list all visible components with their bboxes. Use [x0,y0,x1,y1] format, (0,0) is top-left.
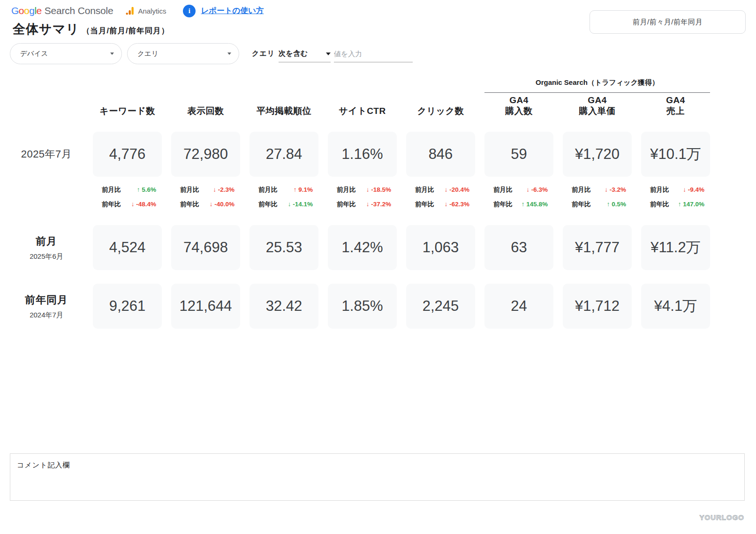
column-header-impressions: 表示回数 [171,93,240,121]
comparison-cell: 前月比↓ -18.5% 前年比↓ -37.2% [328,177,397,225]
page-title: 全体サマリ [13,21,79,38]
metric-card: 1.85% [328,284,397,329]
metric-card: 4,524 [93,225,162,270]
metric-card: 63 [484,225,553,270]
row-label-previous-month: 前月 2025年6月 [9,225,83,270]
summary-table: Organic Search（トラフィック獲得） キーワード数 表示回数 平均掲… [9,73,710,329]
metric-card: 27.84 [249,132,318,177]
period-compare-button[interactable]: 前月/前々月/前年同月 [590,10,746,34]
organic-search-header: Organic Search（トラフィック獲得） [484,73,710,93]
column-header-ga4-revenue: GA4売上 [641,93,710,121]
info-icon: i [183,5,196,17]
column-header-site-ctr: サイトCTR [328,93,397,121]
comment-box[interactable]: コメント記入欄 [10,453,745,501]
google-logo: Google [11,5,42,16]
metric-card: ¥4.1万 [641,284,710,329]
column-header-avg-position: 平均掲載順位 [249,93,318,121]
analytics-label: Analytics [138,7,166,15]
metric-card: 1,063 [406,225,475,270]
device-filter-label: デバイス [20,49,48,58]
comparison-cell: 前月比↓ -9.4% 前年比↑ 147.0% [641,177,710,225]
metric-card: ¥11.2万 [641,225,710,270]
column-header-ga4-purchase-price: GA4購入単価 [563,93,632,121]
query-condition-label: クエリ [252,43,275,64]
filter-bar: デバイス クエリ クエリ 次を含む [10,43,479,65]
query-filter-dropdown[interactable]: クエリ [127,43,239,64]
metric-card: 2,245 [406,284,475,329]
comparison-cell: 前月比↓ -6.3% 前年比↑ 145.8% [484,177,553,225]
filter-value-input[interactable] [334,45,413,62]
device-filter-dropdown[interactable]: デバイス [10,43,122,64]
metric-card: 9,261 [93,284,162,329]
report-page: Google Search Console Analytics i レポートの使… [0,0,756,534]
metric-card: 32.42 [249,284,318,329]
metric-card: 25.53 [249,225,318,270]
condition-select[interactable]: 次を含む [279,45,331,62]
comparison-cell: 前月比↓ -3.2% 前年比↑ 0.5% [563,177,632,225]
metric-card: ¥1,712 [563,284,632,329]
chevron-down-icon [227,53,231,55]
condition-value: 次を含む [279,49,308,58]
metric-card: 74,698 [171,225,240,270]
comparison-cell: 前月比↑ 5.6% 前年比↓ -48.4% [93,177,162,225]
comparison-cell: 前月比↑ 9.1% 前年比↓ -14.1% [249,177,318,225]
analytics-logo-group: Analytics [125,6,166,15]
column-header-keywords: キーワード数 [93,93,162,121]
analytics-icon [125,6,135,15]
metric-card: ¥10.1万 [641,132,710,177]
column-header-clicks: クリック数 [406,93,475,121]
title-row: 全体サマリ （当月/前月/前年同月） [13,21,169,38]
comparison-cell: 前月比↓ -20.4% 前年比↓ -62.3% [406,177,475,225]
report-help-link[interactable]: レポートの使い方 [201,6,264,16]
metric-card: 1.42% [328,225,397,270]
metric-card: ¥1,720 [563,132,632,177]
metric-card: ¥1,777 [563,225,632,270]
comparison-cell: 前月比↓ -2.3% 前年比↓ -40.0% [171,177,240,225]
chevron-down-icon [110,53,114,55]
row-label-last-year-month: 前年同月 2024年7月 [9,284,83,329]
metric-card: 4,776 [93,132,162,177]
your-logo-watermark: YOURLOGO [699,513,744,521]
metric-card: 72,980 [171,132,240,177]
metric-card: 24 [484,284,553,329]
metric-card: 1.16% [328,132,397,177]
search-console-label: Search Console [45,5,113,16]
page-title-suffix: （当月/前月/前年同月） [82,26,169,36]
query-filter-label: クエリ [137,49,159,58]
help-link-group[interactable]: i レポートの使い方 [183,5,264,17]
brand-row: Google Search Console Analytics i レポートの使… [11,4,264,18]
column-header-ga4-purchases: GA4購入数 [484,93,553,121]
metric-card: 59 [484,132,553,177]
metric-card: 121,644 [171,284,240,329]
row-label-current-month: 2025年7月 [9,132,83,177]
dropdown-arrow-icon [326,53,331,55]
metric-card: 846 [406,132,475,177]
